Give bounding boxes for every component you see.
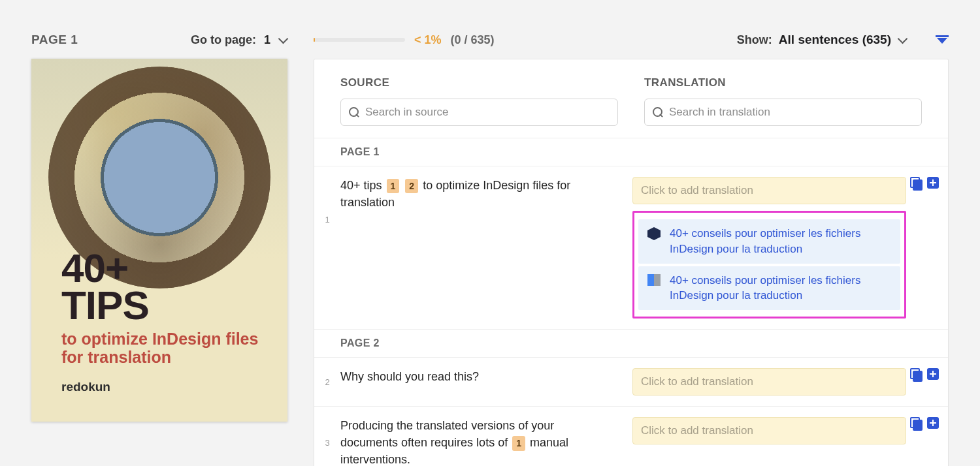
source-search-input[interactable] bbox=[365, 106, 610, 119]
left-column: PAGE 1 Go to page: 1 40+ TIPS to optimiz… bbox=[31, 33, 287, 466]
translation-search[interactable] bbox=[644, 99, 922, 126]
source-column-header: SOURCE bbox=[340, 76, 618, 126]
page-preview[interactable]: 40+ TIPS to optimize InDesign files for … bbox=[31, 59, 287, 422]
translation-panel: SOURCE TRANSLATION PAGE 1 1 bbox=[314, 59, 949, 466]
progress-group: < 1% (0 / 635) bbox=[314, 33, 495, 47]
goto-page-control[interactable]: Go to page: 1 bbox=[191, 33, 287, 47]
search-icon bbox=[653, 107, 662, 117]
copy-source-icon[interactable] bbox=[910, 177, 922, 189]
right-column: < 1% (0 / 635) Show: All sentences (635)… bbox=[314, 33, 949, 466]
suggestion-text: 40+ conseils pour optimiser les fichiers… bbox=[670, 226, 891, 257]
page-divider-2: PAGE 2 bbox=[314, 329, 948, 357]
segment-number: 1 bbox=[314, 177, 340, 318]
progress-fill bbox=[314, 38, 315, 42]
add-comment-icon[interactable] bbox=[927, 177, 939, 189]
segment-translation-area: Click to add translation 40+ conseils po… bbox=[632, 177, 906, 318]
segment-source[interactable]: Producing the translated versions of you… bbox=[340, 417, 632, 466]
inline-tag[interactable]: 2 bbox=[405, 179, 418, 193]
google-translate-icon bbox=[647, 274, 661, 287]
chevron-down-icon bbox=[278, 35, 287, 44]
progress-percent: < 1% bbox=[414, 33, 442, 47]
deepl-icon bbox=[647, 227, 661, 240]
segment-row: 2 Why should you read this? Click to add… bbox=[314, 357, 948, 406]
progress-counts: (0 / 635) bbox=[451, 33, 495, 47]
preview-brand: redokun bbox=[61, 380, 261, 394]
source-search[interactable] bbox=[340, 99, 618, 126]
mt-suggestion[interactable]: 40+ conseils pour optimiser les fichiers… bbox=[638, 219, 900, 264]
segment-row: 1 40+ tips 1 2 to optimize InDesign file… bbox=[314, 166, 948, 329]
segment-number: 3 bbox=[314, 417, 340, 466]
translation-input[interactable]: Click to add translation bbox=[632, 177, 906, 204]
top-bar: < 1% (0 / 635) Show: All sentences (635) bbox=[314, 33, 949, 47]
search-icon bbox=[349, 107, 359, 117]
add-comment-icon[interactable] bbox=[927, 417, 939, 429]
goto-page-value: 1 bbox=[264, 33, 270, 47]
show-value: All sentences (635) bbox=[779, 33, 891, 47]
panel-header: SOURCE TRANSLATION bbox=[314, 59, 948, 138]
preview-text-block: 40+ TIPS to optimize InDesign files for … bbox=[61, 249, 261, 394]
suggestion-text: 40+ conseils pour optimiser les fichiers… bbox=[670, 273, 891, 304]
preview-title-2: TIPS bbox=[61, 287, 261, 324]
preview-title-1: 40+ bbox=[61, 249, 261, 287]
translation-search-input[interactable] bbox=[669, 106, 913, 119]
segment-translation-area: Click to add translation bbox=[632, 368, 906, 396]
translation-input[interactable]: Click to add translation bbox=[632, 368, 906, 396]
mt-suggestions-box: 40+ conseils pour optimiser les fichiers… bbox=[632, 211, 906, 318]
chevron-down-icon bbox=[898, 35, 907, 44]
preview-subtitle: to optimize InDesign files for translati… bbox=[61, 330, 261, 367]
page-divider-1: PAGE 1 bbox=[314, 138, 948, 166]
segment-actions bbox=[906, 177, 939, 318]
source-text: 40+ tips bbox=[340, 179, 385, 192]
progress-bar bbox=[314, 38, 405, 42]
show-label: Show: bbox=[737, 33, 772, 47]
left-header: PAGE 1 Go to page: 1 bbox=[31, 33, 287, 47]
source-title: SOURCE bbox=[340, 76, 618, 89]
goto-page-label: Go to page: bbox=[191, 33, 256, 47]
segment-source[interactable]: Why should you read this? bbox=[340, 368, 632, 396]
segment-actions bbox=[906, 417, 939, 466]
segment-actions bbox=[906, 368, 939, 396]
source-text: Why should you read this? bbox=[340, 370, 479, 383]
mt-suggestion[interactable]: 40+ conseils pour optimiser les fichiers… bbox=[638, 266, 900, 311]
add-comment-icon[interactable] bbox=[927, 368, 939, 380]
inline-tag[interactable]: 1 bbox=[512, 436, 525, 450]
segment-source[interactable]: 40+ tips 1 2 to optimize InDesign files … bbox=[340, 177, 632, 318]
segment-row: 3 Producing the translated versions of y… bbox=[314, 406, 948, 466]
translation-input[interactable]: Click to add translation bbox=[632, 417, 906, 444]
inline-tag[interactable]: 1 bbox=[387, 179, 400, 193]
show-filter[interactable]: Show: All sentences (635) bbox=[737, 33, 949, 47]
copy-source-icon[interactable] bbox=[910, 368, 922, 380]
segment-translation-area: Click to add translation bbox=[632, 417, 906, 466]
collapse-icon[interactable] bbox=[936, 35, 949, 44]
translation-column-header: TRANSLATION bbox=[644, 76, 922, 126]
segment-number: 2 bbox=[314, 368, 340, 396]
current-page-label: PAGE 1 bbox=[31, 33, 78, 47]
translation-title: TRANSLATION bbox=[644, 76, 922, 89]
copy-source-icon[interactable] bbox=[910, 417, 922, 429]
app-root: PAGE 1 Go to page: 1 40+ TIPS to optimiz… bbox=[0, 0, 980, 466]
